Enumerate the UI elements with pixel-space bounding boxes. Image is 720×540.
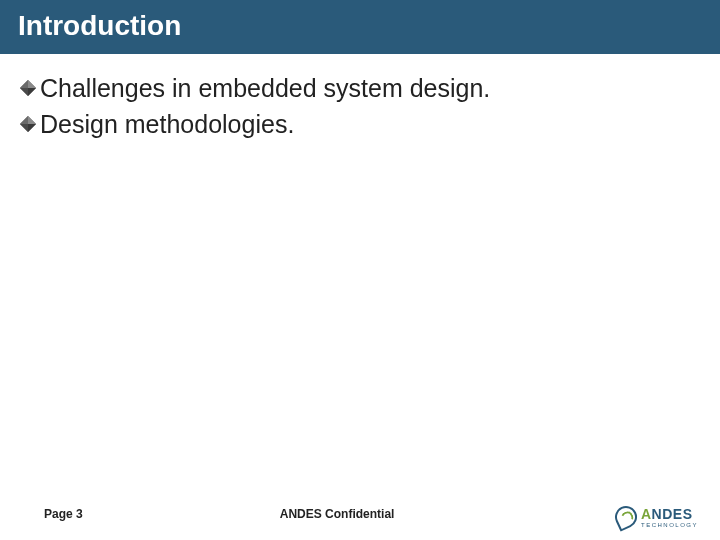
svg-marker-7 <box>28 124 36 132</box>
slide-footer: Page 3 ANDES Confidential ANDES TECHNOLO… <box>0 502 720 526</box>
diamond-bullet-icon <box>18 114 38 134</box>
svg-marker-4 <box>20 80 28 88</box>
logo-name: ANDES <box>641 507 698 521</box>
svg-marker-6 <box>28 116 36 124</box>
logo-first-letter: A <box>641 506 652 522</box>
slide: Introduction Challenges in embedded syst… <box>0 0 720 540</box>
page-number: Page 3 <box>44 507 83 521</box>
svg-marker-2 <box>28 88 36 96</box>
logo-rest: NDES <box>652 506 693 522</box>
bullet-text: Challenges in embedded system design. <box>40 72 490 106</box>
bullet-item: Challenges in embedded system design. <box>18 72 696 106</box>
logo-text: ANDES TECHNOLOGY <box>641 507 698 528</box>
slide-title: Introduction <box>0 0 720 54</box>
svg-marker-8 <box>20 124 28 132</box>
svg-marker-9 <box>20 116 28 124</box>
diamond-bullet-icon <box>18 78 38 98</box>
logo-mark-icon <box>611 502 640 531</box>
svg-marker-3 <box>20 88 28 96</box>
logo-subtitle: TECHNOLOGY <box>641 522 698 528</box>
slide-content: Challenges in embedded system design. De… <box>0 54 720 142</box>
brand-logo: ANDES TECHNOLOGY <box>615 506 698 528</box>
bullet-item: Design methodologies. <box>18 108 696 142</box>
bullet-text: Design methodologies. <box>40 108 294 142</box>
svg-marker-1 <box>28 80 36 88</box>
confidential-label: ANDES Confidential <box>280 507 395 521</box>
